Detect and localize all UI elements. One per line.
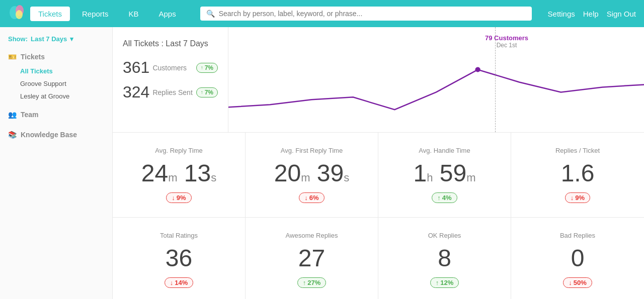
replies-change: 7% bbox=[205, 89, 213, 96]
chart-highlight-point bbox=[475, 67, 480, 72]
rating-total-title: Total Ratings bbox=[123, 232, 235, 239]
customers-arrow-up bbox=[201, 65, 203, 70]
tooltip-label: 79 Customers bbox=[485, 34, 528, 42]
sidebar-section-kb: 📚 Knowledge Base bbox=[0, 127, 112, 143]
search-icon: 🔍 bbox=[206, 10, 215, 18]
sidebar-item-groove-support[interactable]: Groove Support bbox=[0, 77, 112, 90]
metric-first-reply-time: Avg. First Reply Time 20m 39s 6% bbox=[246, 133, 378, 217]
chart-svg bbox=[228, 27, 644, 132]
metric-avg-reply-time-title: Avg. Reply Time bbox=[123, 147, 235, 154]
arrow-down-r4 bbox=[569, 279, 572, 286]
rating-awesome-badge: 27% bbox=[297, 277, 327, 288]
tab-apps[interactable]: Apps bbox=[151, 7, 184, 21]
settings-link[interactable]: Settings bbox=[548, 10, 575, 18]
arrow-down-icon bbox=[172, 194, 175, 202]
metric-replies-per-ticket-value: 1.6 bbox=[521, 161, 634, 185]
rating-bad-title: Bad Replies bbox=[521, 232, 634, 239]
line-chart: 79 Customers Dec 1st bbox=[228, 27, 644, 132]
rating-total-value: 36 bbox=[123, 246, 235, 270]
ratings-grid: Total Ratings 36 14% Awesome Replies 27 … bbox=[113, 218, 644, 299]
metric-handle-time-badge: 4% bbox=[432, 192, 457, 203]
summary-stats: All Tickets : Last 7 Days 361 Customers … bbox=[113, 27, 228, 132]
rating-ok-badge: 12% bbox=[430, 277, 459, 288]
arrow-up-r2 bbox=[303, 279, 306, 286]
chart-tooltip: 79 Customers Dec 1st bbox=[485, 34, 528, 49]
metric-first-reply-time-title: Avg. First Reply Time bbox=[256, 147, 368, 154]
replies-arrow-up bbox=[201, 89, 203, 95]
arrow-down-icon-4 bbox=[571, 194, 574, 202]
sidebar-section-tickets: 🎫 Tickets All Tickets Groove Support Les… bbox=[0, 49, 112, 103]
tooltip-dashed-line bbox=[495, 27, 496, 132]
rating-ok-title: OK Replies bbox=[388, 232, 501, 239]
kb-icon: 📚 bbox=[8, 131, 17, 139]
sidebar-section-team: 👥 Team bbox=[0, 107, 112, 123]
sidebar-item-all-tickets[interactable]: All Tickets bbox=[0, 65, 112, 77]
rating-bad-badge: 50% bbox=[563, 277, 592, 288]
rating-total: Total Ratings 36 14% bbox=[113, 218, 246, 299]
header-links: Settings Help Sign Out bbox=[548, 10, 636, 18]
metric-avg-reply-time: Avg. Reply Time 24m 13s 9% bbox=[113, 133, 246, 217]
rating-ok: OK Replies 8 12% bbox=[378, 218, 511, 299]
metric-handle-time-title: Avg. Handle Time bbox=[388, 147, 501, 154]
rating-bad: Bad Replies 0 50% bbox=[511, 218, 644, 299]
metric-replies-per-ticket: Replies / Ticket 1.6 9% bbox=[511, 133, 644, 217]
metric-avg-reply-time-value: 24m 13s bbox=[123, 161, 235, 185]
dropdown-icon: ▾ bbox=[70, 35, 73, 43]
filter-dropdown[interactable]: Last 7 Days bbox=[31, 35, 67, 43]
replies-badge: 7% bbox=[196, 87, 218, 97]
metric-replies-per-ticket-badge: 9% bbox=[565, 192, 590, 203]
arrow-down-icon-2 bbox=[304, 194, 308, 202]
metric-first-reply-badge: 6% bbox=[299, 192, 324, 203]
arrow-up-r3 bbox=[436, 279, 439, 286]
replies-label: Replies Sent bbox=[152, 88, 193, 96]
metric-first-reply-time-value: 20m 39s bbox=[256, 161, 368, 185]
sidebar-kb-label: Knowledge Base bbox=[21, 131, 77, 139]
team-icon: 👥 bbox=[8, 111, 17, 119]
customers-stat-row: 361 Customers 7% bbox=[123, 58, 218, 77]
sidebar: Show: Last 7 Days ▾ 🎫 Tickets All Ticket… bbox=[0, 27, 113, 299]
search-bar: 🔍 bbox=[200, 7, 532, 21]
help-link[interactable]: Help bbox=[583, 10, 599, 18]
tab-tickets[interactable]: Tickets bbox=[30, 7, 70, 21]
sidebar-tickets-label: Tickets bbox=[21, 53, 45, 61]
metric-handle-time: Avg. Handle Time 1h 59m 4% bbox=[378, 133, 511, 217]
customers-count: 361 bbox=[123, 58, 149, 77]
rating-total-badge: 14% bbox=[165, 277, 194, 288]
chart-area: All Tickets : Last 7 Days 361 Customers … bbox=[113, 27, 644, 133]
svg-point-2 bbox=[16, 10, 23, 19]
ticket-icon: 🎫 bbox=[8, 53, 17, 61]
rating-ok-value: 8 bbox=[388, 246, 501, 270]
metric-handle-time-value: 1h 59m bbox=[388, 161, 501, 185]
replies-count: 324 bbox=[123, 83, 149, 102]
tab-kb[interactable]: KB bbox=[120, 7, 146, 21]
tab-reports[interactable]: Reports bbox=[74, 7, 117, 21]
tooltip-sub: Dec 1st bbox=[485, 42, 528, 49]
signout-link[interactable]: Sign Out bbox=[607, 10, 636, 18]
customers-label: Customers bbox=[152, 64, 193, 72]
arrow-up-icon-3 bbox=[437, 194, 441, 202]
replies-stat-row: 324 Replies Sent 7% bbox=[123, 83, 218, 102]
customers-change: 7% bbox=[205, 64, 213, 71]
metrics-grid: Avg. Reply Time 24m 13s 9% Avg. First Re… bbox=[113, 133, 644, 218]
metric-avg-reply-time-badge: 9% bbox=[166, 192, 191, 203]
layout: Show: Last 7 Days ▾ 🎫 Tickets All Ticket… bbox=[0, 27, 644, 299]
logo bbox=[8, 4, 26, 24]
page-title: All Tickets : Last 7 Days bbox=[123, 39, 218, 48]
metric-replies-per-ticket-title: Replies / Ticket bbox=[521, 147, 634, 154]
sidebar-team-label: Team bbox=[21, 111, 39, 119]
main-content: All Tickets : Last 7 Days 361 Customers … bbox=[113, 27, 644, 299]
rating-bad-value: 0 bbox=[521, 246, 634, 270]
header: Tickets Reports KB Apps 🔍 Settings Help … bbox=[0, 0, 644, 27]
rating-awesome-title: Awesome Replies bbox=[256, 232, 368, 239]
show-label: Show: bbox=[8, 35, 28, 43]
rating-awesome-value: 27 bbox=[256, 246, 368, 270]
show-filter: Show: Last 7 Days ▾ bbox=[0, 35, 112, 49]
sidebar-group-kb: 📚 Knowledge Base bbox=[0, 127, 112, 143]
search-input[interactable] bbox=[219, 10, 526, 18]
sidebar-item-lesley[interactable]: Lesley at Groove bbox=[0, 90, 112, 103]
sidebar-group-team: 👥 Team bbox=[0, 107, 112, 123]
arrow-down-r1 bbox=[170, 279, 174, 286]
customers-badge: 7% bbox=[196, 63, 218, 73]
sidebar-group-tickets: 🎫 Tickets bbox=[0, 49, 112, 65]
rating-awesome: Awesome Replies 27 27% bbox=[246, 218, 378, 299]
